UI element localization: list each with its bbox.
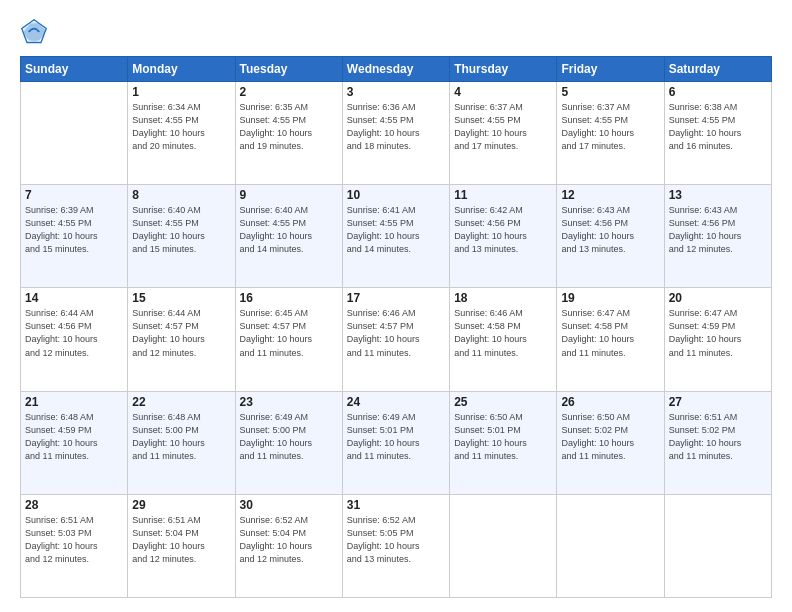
calendar-cell: 11Sunrise: 6:42 AM Sunset: 4:56 PM Dayli… — [450, 185, 557, 288]
calendar-cell: 25Sunrise: 6:50 AM Sunset: 5:01 PM Dayli… — [450, 391, 557, 494]
calendar-header-monday: Monday — [128, 57, 235, 82]
day-number: 19 — [561, 291, 659, 305]
day-number: 20 — [669, 291, 767, 305]
day-number: 8 — [132, 188, 230, 202]
calendar-cell: 22Sunrise: 6:48 AM Sunset: 5:00 PM Dayli… — [128, 391, 235, 494]
calendar-cell: 27Sunrise: 6:51 AM Sunset: 5:02 PM Dayli… — [664, 391, 771, 494]
day-info: Sunrise: 6:50 AM Sunset: 5:02 PM Dayligh… — [561, 411, 659, 463]
calendar-cell: 9Sunrise: 6:40 AM Sunset: 4:55 PM Daylig… — [235, 185, 342, 288]
day-number: 15 — [132, 291, 230, 305]
calendar-cell: 8Sunrise: 6:40 AM Sunset: 4:55 PM Daylig… — [128, 185, 235, 288]
calendar-cell: 23Sunrise: 6:49 AM Sunset: 5:00 PM Dayli… — [235, 391, 342, 494]
logo-icon — [20, 18, 48, 46]
calendar-cell: 30Sunrise: 6:52 AM Sunset: 5:04 PM Dayli… — [235, 494, 342, 597]
day-number: 21 — [25, 395, 123, 409]
calendar-table: SundayMondayTuesdayWednesdayThursdayFrid… — [20, 56, 772, 598]
day-info: Sunrise: 6:46 AM Sunset: 4:58 PM Dayligh… — [454, 307, 552, 359]
calendar-header-friday: Friday — [557, 57, 664, 82]
day-number: 9 — [240, 188, 338, 202]
calendar-cell: 6Sunrise: 6:38 AM Sunset: 4:55 PM Daylig… — [664, 82, 771, 185]
calendar-cell: 5Sunrise: 6:37 AM Sunset: 4:55 PM Daylig… — [557, 82, 664, 185]
day-number: 25 — [454, 395, 552, 409]
calendar-week-row: 14Sunrise: 6:44 AM Sunset: 4:56 PM Dayli… — [21, 288, 772, 391]
day-info: Sunrise: 6:49 AM Sunset: 5:00 PM Dayligh… — [240, 411, 338, 463]
day-info: Sunrise: 6:41 AM Sunset: 4:55 PM Dayligh… — [347, 204, 445, 256]
day-number: 6 — [669, 85, 767, 99]
day-number: 31 — [347, 498, 445, 512]
day-info: Sunrise: 6:51 AM Sunset: 5:03 PM Dayligh… — [25, 514, 123, 566]
day-info: Sunrise: 6:40 AM Sunset: 4:55 PM Dayligh… — [240, 204, 338, 256]
calendar-cell: 12Sunrise: 6:43 AM Sunset: 4:56 PM Dayli… — [557, 185, 664, 288]
day-number: 11 — [454, 188, 552, 202]
day-info: Sunrise: 6:44 AM Sunset: 4:57 PM Dayligh… — [132, 307, 230, 359]
calendar-cell: 16Sunrise: 6:45 AM Sunset: 4:57 PM Dayli… — [235, 288, 342, 391]
day-number: 14 — [25, 291, 123, 305]
day-number: 5 — [561, 85, 659, 99]
calendar-week-row: 21Sunrise: 6:48 AM Sunset: 4:59 PM Dayli… — [21, 391, 772, 494]
day-number: 22 — [132, 395, 230, 409]
day-number: 26 — [561, 395, 659, 409]
day-number: 29 — [132, 498, 230, 512]
day-info: Sunrise: 6:36 AM Sunset: 4:55 PM Dayligh… — [347, 101, 445, 153]
day-number: 17 — [347, 291, 445, 305]
header — [20, 18, 772, 46]
calendar-cell: 17Sunrise: 6:46 AM Sunset: 4:57 PM Dayli… — [342, 288, 449, 391]
day-number: 4 — [454, 85, 552, 99]
page: SundayMondayTuesdayWednesdayThursdayFrid… — [0, 0, 792, 612]
calendar-cell: 14Sunrise: 6:44 AM Sunset: 4:56 PM Dayli… — [21, 288, 128, 391]
day-number: 12 — [561, 188, 659, 202]
calendar-cell: 4Sunrise: 6:37 AM Sunset: 4:55 PM Daylig… — [450, 82, 557, 185]
day-number: 24 — [347, 395, 445, 409]
day-info: Sunrise: 6:44 AM Sunset: 4:56 PM Dayligh… — [25, 307, 123, 359]
calendar-cell: 3Sunrise: 6:36 AM Sunset: 4:55 PM Daylig… — [342, 82, 449, 185]
day-info: Sunrise: 6:38 AM Sunset: 4:55 PM Dayligh… — [669, 101, 767, 153]
day-number: 10 — [347, 188, 445, 202]
calendar-header-saturday: Saturday — [664, 57, 771, 82]
day-info: Sunrise: 6:45 AM Sunset: 4:57 PM Dayligh… — [240, 307, 338, 359]
day-info: Sunrise: 6:47 AM Sunset: 4:59 PM Dayligh… — [669, 307, 767, 359]
logo — [20, 18, 52, 46]
calendar-cell: 7Sunrise: 6:39 AM Sunset: 4:55 PM Daylig… — [21, 185, 128, 288]
calendar-week-row: 1Sunrise: 6:34 AM Sunset: 4:55 PM Daylig… — [21, 82, 772, 185]
day-info: Sunrise: 6:52 AM Sunset: 5:05 PM Dayligh… — [347, 514, 445, 566]
calendar-cell: 19Sunrise: 6:47 AM Sunset: 4:58 PM Dayli… — [557, 288, 664, 391]
calendar-cell: 21Sunrise: 6:48 AM Sunset: 4:59 PM Dayli… — [21, 391, 128, 494]
day-info: Sunrise: 6:52 AM Sunset: 5:04 PM Dayligh… — [240, 514, 338, 566]
day-number: 27 — [669, 395, 767, 409]
calendar-cell: 26Sunrise: 6:50 AM Sunset: 5:02 PM Dayli… — [557, 391, 664, 494]
calendar-cell: 2Sunrise: 6:35 AM Sunset: 4:55 PM Daylig… — [235, 82, 342, 185]
calendar-cell — [664, 494, 771, 597]
calendar-week-row: 7Sunrise: 6:39 AM Sunset: 4:55 PM Daylig… — [21, 185, 772, 288]
day-number: 13 — [669, 188, 767, 202]
calendar-cell: 31Sunrise: 6:52 AM Sunset: 5:05 PM Dayli… — [342, 494, 449, 597]
calendar-header-tuesday: Tuesday — [235, 57, 342, 82]
day-info: Sunrise: 6:40 AM Sunset: 4:55 PM Dayligh… — [132, 204, 230, 256]
calendar-cell: 18Sunrise: 6:46 AM Sunset: 4:58 PM Dayli… — [450, 288, 557, 391]
day-number: 3 — [347, 85, 445, 99]
day-number: 1 — [132, 85, 230, 99]
calendar-header-row: SundayMondayTuesdayWednesdayThursdayFrid… — [21, 57, 772, 82]
day-number: 7 — [25, 188, 123, 202]
day-number: 28 — [25, 498, 123, 512]
day-number: 30 — [240, 498, 338, 512]
day-info: Sunrise: 6:49 AM Sunset: 5:01 PM Dayligh… — [347, 411, 445, 463]
day-number: 16 — [240, 291, 338, 305]
day-info: Sunrise: 6:35 AM Sunset: 4:55 PM Dayligh… — [240, 101, 338, 153]
day-info: Sunrise: 6:39 AM Sunset: 4:55 PM Dayligh… — [25, 204, 123, 256]
calendar-header-wednesday: Wednesday — [342, 57, 449, 82]
day-info: Sunrise: 6:46 AM Sunset: 4:57 PM Dayligh… — [347, 307, 445, 359]
day-number: 2 — [240, 85, 338, 99]
calendar-cell: 28Sunrise: 6:51 AM Sunset: 5:03 PM Dayli… — [21, 494, 128, 597]
calendar-cell: 13Sunrise: 6:43 AM Sunset: 4:56 PM Dayli… — [664, 185, 771, 288]
day-info: Sunrise: 6:34 AM Sunset: 4:55 PM Dayligh… — [132, 101, 230, 153]
calendar-cell — [557, 494, 664, 597]
day-info: Sunrise: 6:48 AM Sunset: 4:59 PM Dayligh… — [25, 411, 123, 463]
day-info: Sunrise: 6:43 AM Sunset: 4:56 PM Dayligh… — [669, 204, 767, 256]
calendar-cell: 15Sunrise: 6:44 AM Sunset: 4:57 PM Dayli… — [128, 288, 235, 391]
day-info: Sunrise: 6:42 AM Sunset: 4:56 PM Dayligh… — [454, 204, 552, 256]
calendar-cell: 1Sunrise: 6:34 AM Sunset: 4:55 PM Daylig… — [128, 82, 235, 185]
calendar-cell: 10Sunrise: 6:41 AM Sunset: 4:55 PM Dayli… — [342, 185, 449, 288]
calendar-header-thursday: Thursday — [450, 57, 557, 82]
calendar-header-sunday: Sunday — [21, 57, 128, 82]
day-info: Sunrise: 6:51 AM Sunset: 5:04 PM Dayligh… — [132, 514, 230, 566]
